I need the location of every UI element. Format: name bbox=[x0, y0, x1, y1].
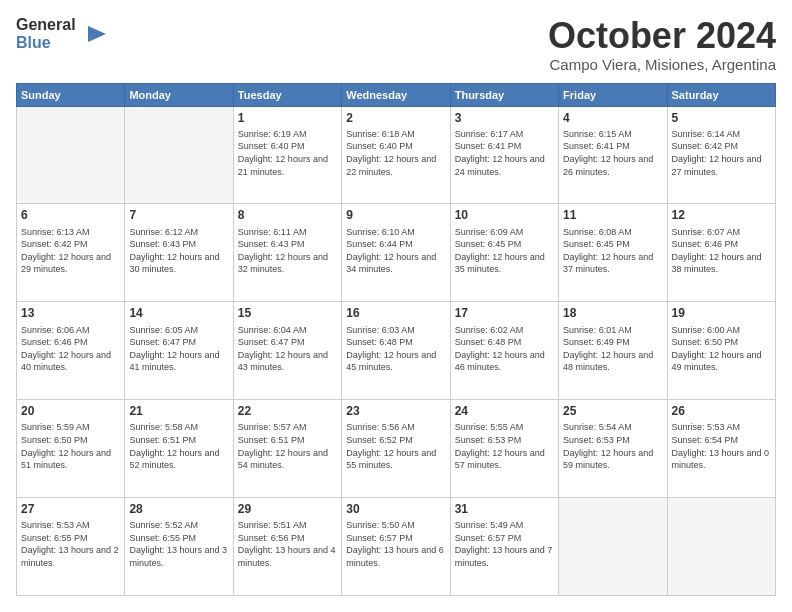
day-info: Sunrise: 6:02 AM Sunset: 6:48 PM Dayligh… bbox=[455, 324, 554, 374]
calendar-cell-1: 1Sunrise: 6:19 AM Sunset: 6:40 PM Daylig… bbox=[233, 106, 341, 204]
day-number: 30 bbox=[346, 501, 445, 517]
day-header-monday: Monday bbox=[125, 83, 233, 106]
day-number: 27 bbox=[21, 501, 120, 517]
calendar-cell-26: 26Sunrise: 5:53 AM Sunset: 6:54 PM Dayli… bbox=[667, 400, 775, 498]
calendar-cell-25: 25Sunrise: 5:54 AM Sunset: 6:53 PM Dayli… bbox=[559, 400, 667, 498]
day-number: 12 bbox=[672, 207, 771, 223]
day-number: 6 bbox=[21, 207, 120, 223]
calendar-cell-13: 13Sunrise: 6:06 AM Sunset: 6:46 PM Dayli… bbox=[17, 302, 125, 400]
day-info: Sunrise: 5:52 AM Sunset: 6:55 PM Dayligh… bbox=[129, 519, 228, 569]
day-info: Sunrise: 6:08 AM Sunset: 6:45 PM Dayligh… bbox=[563, 226, 662, 276]
subtitle: Campo Viera, Misiones, Argentina bbox=[548, 56, 776, 73]
calendar-cell-18: 18Sunrise: 6:01 AM Sunset: 6:49 PM Dayli… bbox=[559, 302, 667, 400]
day-number: 19 bbox=[672, 305, 771, 321]
day-info: Sunrise: 6:01 AM Sunset: 6:49 PM Dayligh… bbox=[563, 324, 662, 374]
calendar-cell-8: 8Sunrise: 6:11 AM Sunset: 6:43 PM Daylig… bbox=[233, 204, 341, 302]
day-number: 28 bbox=[129, 501, 228, 517]
calendar-cell-3: 3Sunrise: 6:17 AM Sunset: 6:41 PM Daylig… bbox=[450, 106, 558, 204]
calendar-cell-27: 27Sunrise: 5:53 AM Sunset: 6:55 PM Dayli… bbox=[17, 498, 125, 596]
day-info: Sunrise: 5:50 AM Sunset: 6:57 PM Dayligh… bbox=[346, 519, 445, 569]
calendar-cell-6: 6Sunrise: 6:13 AM Sunset: 6:42 PM Daylig… bbox=[17, 204, 125, 302]
day-number: 25 bbox=[563, 403, 662, 419]
day-info: Sunrise: 6:06 AM Sunset: 6:46 PM Dayligh… bbox=[21, 324, 120, 374]
calendar-cell-29: 29Sunrise: 5:51 AM Sunset: 6:56 PM Dayli… bbox=[233, 498, 341, 596]
calendar-cell-7: 7Sunrise: 6:12 AM Sunset: 6:43 PM Daylig… bbox=[125, 204, 233, 302]
calendar-cell-21: 21Sunrise: 5:58 AM Sunset: 6:51 PM Dayli… bbox=[125, 400, 233, 498]
day-info: Sunrise: 6:15 AM Sunset: 6:41 PM Dayligh… bbox=[563, 128, 662, 178]
day-number: 4 bbox=[563, 110, 662, 126]
day-info: Sunrise: 6:18 AM Sunset: 6:40 PM Dayligh… bbox=[346, 128, 445, 178]
day-info: Sunrise: 6:10 AM Sunset: 6:44 PM Dayligh… bbox=[346, 226, 445, 276]
day-number: 1 bbox=[238, 110, 337, 126]
day-number: 22 bbox=[238, 403, 337, 419]
day-number: 10 bbox=[455, 207, 554, 223]
day-number: 5 bbox=[672, 110, 771, 126]
day-info: Sunrise: 5:55 AM Sunset: 6:53 PM Dayligh… bbox=[455, 421, 554, 471]
day-number: 29 bbox=[238, 501, 337, 517]
day-info: Sunrise: 6:13 AM Sunset: 6:42 PM Dayligh… bbox=[21, 226, 120, 276]
calendar-cell-15: 15Sunrise: 6:04 AM Sunset: 6:47 PM Dayli… bbox=[233, 302, 341, 400]
calendar-cell-30: 30Sunrise: 5:50 AM Sunset: 6:57 PM Dayli… bbox=[342, 498, 450, 596]
day-info: Sunrise: 5:51 AM Sunset: 6:56 PM Dayligh… bbox=[238, 519, 337, 569]
day-info: Sunrise: 6:12 AM Sunset: 6:43 PM Dayligh… bbox=[129, 226, 228, 276]
day-info: Sunrise: 6:03 AM Sunset: 6:48 PM Dayligh… bbox=[346, 324, 445, 374]
day-info: Sunrise: 5:56 AM Sunset: 6:52 PM Dayligh… bbox=[346, 421, 445, 471]
page: General Blue October 2024 Campo Viera, M… bbox=[0, 0, 792, 612]
day-number: 2 bbox=[346, 110, 445, 126]
day-info: Sunrise: 6:00 AM Sunset: 6:50 PM Dayligh… bbox=[672, 324, 771, 374]
day-info: Sunrise: 6:19 AM Sunset: 6:40 PM Dayligh… bbox=[238, 128, 337, 178]
day-number: 20 bbox=[21, 403, 120, 419]
calendar-week-1: 6Sunrise: 6:13 AM Sunset: 6:42 PM Daylig… bbox=[17, 204, 776, 302]
day-header-tuesday: Tuesday bbox=[233, 83, 341, 106]
calendar-week-2: 13Sunrise: 6:06 AM Sunset: 6:46 PM Dayli… bbox=[17, 302, 776, 400]
main-title: October 2024 bbox=[548, 16, 776, 56]
calendar-cell-4: 4Sunrise: 6:15 AM Sunset: 6:41 PM Daylig… bbox=[559, 106, 667, 204]
day-number: 17 bbox=[455, 305, 554, 321]
day-number: 11 bbox=[563, 207, 662, 223]
calendar-cell-12: 12Sunrise: 6:07 AM Sunset: 6:46 PM Dayli… bbox=[667, 204, 775, 302]
calendar-cell-empty bbox=[667, 498, 775, 596]
calendar-cell-9: 9Sunrise: 6:10 AM Sunset: 6:44 PM Daylig… bbox=[342, 204, 450, 302]
day-header-sunday: Sunday bbox=[17, 83, 125, 106]
day-info: Sunrise: 6:07 AM Sunset: 6:46 PM Dayligh… bbox=[672, 226, 771, 276]
header: General Blue October 2024 Campo Viera, M… bbox=[16, 16, 776, 73]
day-number: 3 bbox=[455, 110, 554, 126]
day-number: 24 bbox=[455, 403, 554, 419]
day-number: 15 bbox=[238, 305, 337, 321]
day-info: Sunrise: 5:58 AM Sunset: 6:51 PM Dayligh… bbox=[129, 421, 228, 471]
day-number: 9 bbox=[346, 207, 445, 223]
calendar-header-row: SundayMondayTuesdayWednesdayThursdayFrid… bbox=[17, 83, 776, 106]
calendar-cell-2: 2Sunrise: 6:18 AM Sunset: 6:40 PM Daylig… bbox=[342, 106, 450, 204]
day-number: 21 bbox=[129, 403, 228, 419]
calendar-cell-19: 19Sunrise: 6:00 AM Sunset: 6:50 PM Dayli… bbox=[667, 302, 775, 400]
calendar-cell-11: 11Sunrise: 6:08 AM Sunset: 6:45 PM Dayli… bbox=[559, 204, 667, 302]
day-info: Sunrise: 6:11 AM Sunset: 6:43 PM Dayligh… bbox=[238, 226, 337, 276]
day-info: Sunrise: 5:54 AM Sunset: 6:53 PM Dayligh… bbox=[563, 421, 662, 471]
calendar-cell-22: 22Sunrise: 5:57 AM Sunset: 6:51 PM Dayli… bbox=[233, 400, 341, 498]
calendar-week-4: 27Sunrise: 5:53 AM Sunset: 6:55 PM Dayli… bbox=[17, 498, 776, 596]
calendar-week-0: 1Sunrise: 6:19 AM Sunset: 6:40 PM Daylig… bbox=[17, 106, 776, 204]
day-number: 7 bbox=[129, 207, 228, 223]
day-header-saturday: Saturday bbox=[667, 83, 775, 106]
calendar-cell-5: 5Sunrise: 6:14 AM Sunset: 6:42 PM Daylig… bbox=[667, 106, 775, 204]
day-header-friday: Friday bbox=[559, 83, 667, 106]
calendar-cell-empty bbox=[17, 106, 125, 204]
calendar-cell-empty bbox=[125, 106, 233, 204]
day-info: Sunrise: 5:59 AM Sunset: 6:50 PM Dayligh… bbox=[21, 421, 120, 471]
day-number: 16 bbox=[346, 305, 445, 321]
calendar-cell-16: 16Sunrise: 6:03 AM Sunset: 6:48 PM Dayli… bbox=[342, 302, 450, 400]
logo-icon bbox=[78, 18, 110, 50]
logo-blue: Blue bbox=[16, 34, 76, 52]
calendar-cell-17: 17Sunrise: 6:02 AM Sunset: 6:48 PM Dayli… bbox=[450, 302, 558, 400]
calendar-cell-28: 28Sunrise: 5:52 AM Sunset: 6:55 PM Dayli… bbox=[125, 498, 233, 596]
calendar-cell-10: 10Sunrise: 6:09 AM Sunset: 6:45 PM Dayli… bbox=[450, 204, 558, 302]
calendar-table: SundayMondayTuesdayWednesdayThursdayFrid… bbox=[16, 83, 776, 596]
calendar-cell-24: 24Sunrise: 5:55 AM Sunset: 6:53 PM Dayli… bbox=[450, 400, 558, 498]
day-info: Sunrise: 5:57 AM Sunset: 6:51 PM Dayligh… bbox=[238, 421, 337, 471]
day-info: Sunrise: 6:04 AM Sunset: 6:47 PM Dayligh… bbox=[238, 324, 337, 374]
day-info: Sunrise: 6:09 AM Sunset: 6:45 PM Dayligh… bbox=[455, 226, 554, 276]
day-info: Sunrise: 6:17 AM Sunset: 6:41 PM Dayligh… bbox=[455, 128, 554, 178]
day-header-thursday: Thursday bbox=[450, 83, 558, 106]
day-info: Sunrise: 6:05 AM Sunset: 6:47 PM Dayligh… bbox=[129, 324, 228, 374]
logo: General Blue bbox=[16, 16, 110, 51]
